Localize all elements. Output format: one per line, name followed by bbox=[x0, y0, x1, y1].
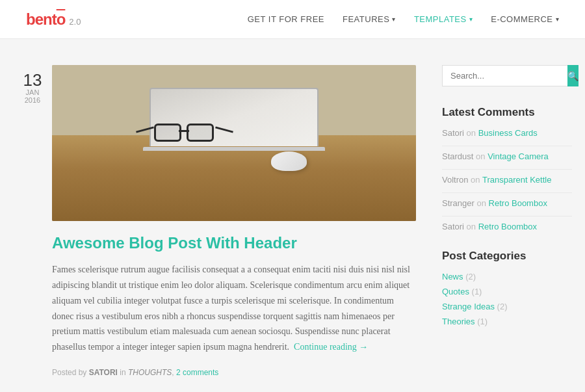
search-input[interactable] bbox=[442, 65, 567, 86]
category-count: (1) bbox=[477, 317, 488, 326]
nav-ecommerce[interactable]: E-COMMERCE ▾ bbox=[491, 14, 559, 24]
search-box: 🔍 bbox=[442, 65, 572, 86]
logo: bento 2.0 bbox=[26, 10, 81, 29]
glasses bbox=[154, 124, 226, 146]
logo-version: 2.0 bbox=[69, 17, 81, 27]
laptop-body bbox=[143, 147, 325, 151]
comment-item: Voltron on Transparent Kettle bbox=[442, 175, 572, 185]
category-link[interactable]: Theories bbox=[442, 317, 475, 326]
glass-left-lens bbox=[154, 124, 181, 142]
chevron-down-icon: ▾ bbox=[556, 16, 560, 23]
post-author: SATORI bbox=[89, 368, 118, 377]
commenter-name: Voltron bbox=[442, 175, 468, 185]
comment-item: Stardust on Vintage Camera bbox=[442, 151, 572, 161]
read-more-link[interactable]: Continue reading → bbox=[294, 342, 368, 352]
post-hero-image bbox=[52, 65, 416, 221]
post-body: Awesome Blog Post With Header Fames scel… bbox=[52, 65, 416, 377]
content-area: 13 JAN 2016 bbox=[13, 65, 416, 377]
commenter-name: Stardust bbox=[442, 151, 473, 161]
category-item: Quotes (1) bbox=[442, 287, 572, 296]
category-item: Strange Ideas (2) bbox=[442, 302, 572, 311]
post-title: Awesome Blog Post With Header bbox=[52, 233, 416, 253]
category-item: News (2) bbox=[442, 272, 572, 281]
comment-item: Stranger on Retro Boombox bbox=[442, 198, 572, 208]
comment-item: Satori on Retro Boombox bbox=[442, 222, 572, 231]
post-comments-link[interactable]: 2 comments bbox=[176, 368, 218, 377]
post-categories-heading: Post Categories bbox=[442, 250, 572, 263]
post-date-day: 13 bbox=[13, 72, 52, 88]
post-date-month: JAN bbox=[13, 88, 52, 96]
chevron-down-icon: ▾ bbox=[392, 16, 396, 23]
comment-post-link[interactable]: Vintage Camera bbox=[488, 151, 549, 161]
post-date-year: 2016 bbox=[13, 96, 52, 104]
search-icon: 🔍 bbox=[567, 71, 578, 81]
logo-text: bento bbox=[26, 10, 65, 29]
nav-templates[interactable]: TEMPLATES ▾ bbox=[414, 14, 473, 24]
comment-post-link[interactable]: Retro Boombox bbox=[489, 198, 547, 208]
mouse bbox=[271, 151, 307, 171]
post-wrapper: 13 JAN 2016 bbox=[13, 65, 416, 377]
latest-comments-heading: Latest Comments bbox=[442, 106, 572, 119]
main-wrapper: 13 JAN 2016 bbox=[0, 39, 585, 392]
post-body-text: Fames scelerisque rutrum augue facilisis… bbox=[52, 262, 416, 355]
category-item: Theories (1) bbox=[442, 317, 572, 326]
commenter-name: Satori bbox=[442, 222, 464, 231]
comment-post-link[interactable]: Business Cards bbox=[478, 128, 538, 138]
post-footer: Posted by SATORI in THOUGHTS, 2 comments bbox=[52, 368, 416, 377]
divider bbox=[442, 169, 572, 170]
header: bento 2.0 GET IT FOR FREE FEATURES ▾ TEM… bbox=[0, 0, 585, 39]
commenter-name: Stranger bbox=[442, 198, 474, 208]
comment-post-link[interactable]: Transparent Kettle bbox=[482, 175, 551, 185]
latest-comments-section: Latest Comments Satori on Business Cards… bbox=[442, 106, 572, 231]
divider bbox=[442, 146, 572, 146]
main-nav: GET IT FOR FREE FEATURES ▾ TEMPLATES ▾ E… bbox=[248, 14, 559, 24]
sidebar: 🔍 Latest Comments Satori on Business Car… bbox=[442, 65, 572, 377]
laptop-scene bbox=[52, 65, 416, 221]
glass-right-lens bbox=[187, 124, 214, 142]
nav-features[interactable]: FEATURES ▾ bbox=[343, 14, 396, 24]
category-link[interactable]: Strange Ideas bbox=[442, 302, 495, 311]
comment-post-link[interactable]: Retro Boombox bbox=[478, 222, 537, 231]
category-link[interactable]: News bbox=[442, 272, 463, 281]
comment-item: Satori on Business Cards bbox=[442, 128, 572, 138]
category-count: (2) bbox=[497, 302, 508, 311]
post-categories-section: Post Categories News (2) Quotes (1) Stra… bbox=[442, 250, 572, 326]
search-button[interactable]: 🔍 bbox=[567, 65, 578, 86]
divider bbox=[442, 216, 572, 216]
category-count: (2) bbox=[465, 272, 476, 281]
post-category: THOUGHTS bbox=[128, 368, 172, 377]
category-link[interactable]: Quotes bbox=[442, 287, 469, 296]
post-date-col: 13 JAN 2016 bbox=[13, 65, 52, 377]
chevron-down-icon: ▾ bbox=[469, 16, 473, 23]
category-count: (1) bbox=[472, 287, 482, 296]
commenter-name: Satori bbox=[442, 128, 464, 138]
divider bbox=[442, 192, 572, 193]
nav-get-it-free[interactable]: GET IT FOR FREE bbox=[248, 14, 324, 24]
